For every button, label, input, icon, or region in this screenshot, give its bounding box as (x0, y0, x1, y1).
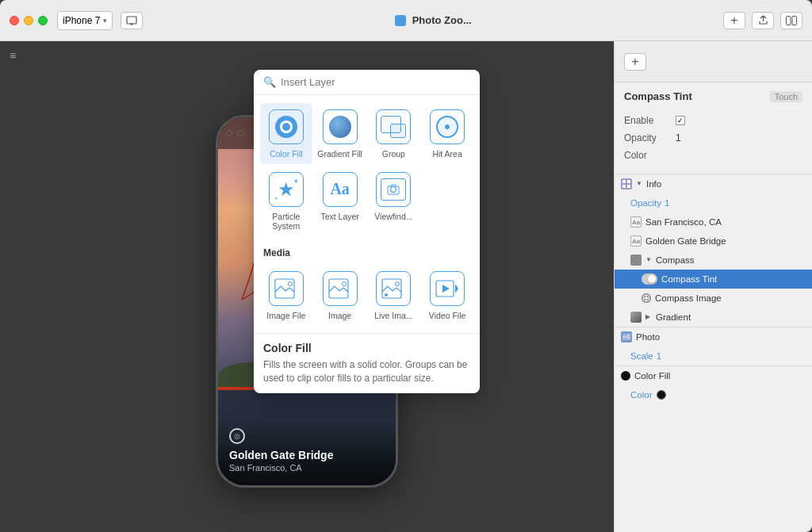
hamburger-menu-icon[interactable]: ≡ (10, 49, 16, 62)
insert-item-live-image[interactable]: Live Ima... (368, 265, 420, 326)
insert-item-hit-area[interactable]: Hit Area (421, 103, 473, 164)
photo-layer-label: Photo (636, 332, 806, 342)
canvas-area: ≡ (0, 41, 614, 532)
layer-expand-icon: ▼ (636, 180, 644, 188)
insert-item-label: Viewfind... (374, 212, 412, 222)
svg-rect-23 (388, 186, 399, 194)
svg-rect-3 (787, 16, 791, 25)
close-button[interactable] (10, 16, 19, 25)
compass-image-layer-item[interactable]: Compass Image (615, 289, 812, 308)
insert-item-label: Hit Area (432, 149, 462, 159)
group-icon-wrapper (376, 109, 411, 144)
image-icon-wrapper (323, 271, 358, 306)
enable-checkbox[interactable]: ✓ (676, 116, 685, 125)
image-icon (327, 277, 353, 300)
svg-point-30 (385, 293, 388, 297)
photo-layer-item[interactable]: Photo (615, 327, 812, 346)
color-fill-svg (278, 119, 294, 135)
insert-item-image-file[interactable]: Image File (260, 265, 312, 326)
compass-folder-icon (632, 256, 640, 264)
add-button[interactable]: + (723, 12, 745, 29)
phone-btn-2 (237, 130, 243, 136)
insert-item-text-layer[interactable]: Aa Text Layer (314, 166, 366, 236)
chevron-down-icon: ▾ (103, 17, 107, 25)
insert-item-group[interactable]: Group (368, 103, 420, 164)
san-francisco-label: San Francisco, CA (645, 217, 806, 227)
insert-search-input[interactable] (281, 76, 470, 88)
group-icon (381, 116, 406, 138)
color-fill-layer-item[interactable]: Color Fill (615, 366, 812, 385)
gradient-layer-label: Gradient (656, 312, 806, 322)
insert-item-label: Image File (266, 311, 305, 321)
opacity-prop-row: Opacity 1 (624, 129, 802, 147)
color-prop-row: Color (624, 147, 802, 164)
insert-item-label: Particle System (263, 212, 309, 232)
compass-tint-toggle-icon (642, 274, 657, 285)
insert-item-viewfinder[interactable]: Viewfind... (368, 166, 420, 236)
insert-item-label: Image (328, 311, 351, 321)
compass-section-item[interactable]: ▼ Compass (615, 251, 812, 270)
viewfinder-icon-wrapper (376, 172, 411, 207)
opacity-layer-item[interactable]: Opacity 1 (615, 193, 812, 212)
title-area: Photo Zoo... (143, 14, 723, 26)
right-panel-header: + (615, 41, 812, 82)
share-button[interactable] (752, 12, 774, 29)
san-francisco-layer-item[interactable]: Aa San Francisco, CA (615, 212, 812, 232)
svg-marker-33 (442, 285, 450, 293)
device-selector[interactable]: iPhone 7 ▾ (57, 11, 113, 30)
color-swatch[interactable] (657, 390, 666, 400)
info-layer-icon (621, 178, 632, 189)
insert-item-image[interactable]: Image (314, 265, 366, 326)
view-toggle-icon (786, 16, 797, 25)
particle-system-icon-wrapper: ★ ✦ ✦ (269, 172, 304, 207)
insert-item-label: Group (382, 149, 405, 159)
gradient-layer-item[interactable]: ▶ Gradient (615, 308, 812, 327)
color-layer-item[interactable]: Color (615, 385, 812, 404)
insert-items-grid: Color Fill Gradient Fill (254, 95, 480, 244)
svg-rect-36 (622, 185, 626, 188)
svg-rect-37 (627, 185, 630, 188)
compass-image-icon (642, 293, 651, 303)
svg-point-27 (342, 281, 346, 285)
media-section: Media Image File (254, 244, 480, 334)
screen-layout-button[interactable] (121, 12, 143, 29)
viewfinder-camera-svg (386, 184, 400, 195)
opacity-value: 1 (676, 132, 681, 144)
color-fill-icon (275, 116, 297, 138)
phone-location-info: ◎ Golden Gate Bridge San Francisco, CA (218, 419, 396, 485)
video-file-icon (435, 277, 460, 300)
scale-layer-item[interactable]: Scale 1 (615, 346, 812, 366)
insert-layer-popup: 🔍 (254, 70, 480, 393)
phone-btn-1 (226, 130, 232, 136)
insert-item-particle-system[interactable]: ★ ✦ ✦ Particle System (260, 166, 312, 236)
insert-item-video-file[interactable]: Video File (421, 265, 473, 326)
golden-gate-label: Golden Gate Bridge (645, 236, 806, 246)
compass-image-svg (642, 294, 650, 302)
opacity-label: Opacity (624, 132, 676, 144)
hitarea-dot (445, 124, 450, 129)
video-file-icon-wrapper (430, 271, 465, 306)
media-section-label: Media (260, 244, 473, 265)
titlebar-right-buttons: + (723, 12, 802, 29)
panel-add-button[interactable]: + (624, 53, 646, 71)
selected-item-title: Color Fill (263, 342, 470, 354)
info-section: ▼ Info Opacity 1 Aa San Francisco, CA (615, 174, 812, 327)
golden-gate-layer-item[interactable]: Aa Golden Gate Bridge (615, 232, 812, 251)
compass-tint-layer-item[interactable]: Compass Tint (615, 270, 812, 289)
insert-item-gradient-fill[interactable]: Gradient Fill (314, 103, 366, 164)
enable-prop-row: Enable ✓ (624, 112, 802, 129)
insert-item-color-fill[interactable]: Color Fill (260, 103, 312, 164)
minimize-button[interactable] (24, 16, 33, 25)
maximize-button[interactable] (38, 16, 48, 25)
search-icon: 🔍 (263, 76, 276, 88)
gradient-fill-icon (329, 116, 351, 138)
touch-badge: Touch (770, 91, 802, 102)
info-layer-label: Info (646, 179, 806, 189)
text-layer-aa-icon: Aa (630, 216, 642, 228)
image-file-icon (274, 277, 299, 300)
view-toggle-button[interactable] (780, 12, 802, 29)
svg-rect-34 (622, 180, 626, 183)
insert-item-label: Video File (429, 311, 466, 321)
scale-layer-value: 1 (657, 351, 661, 361)
info-layer-item[interactable]: ▼ Info (615, 174, 812, 193)
